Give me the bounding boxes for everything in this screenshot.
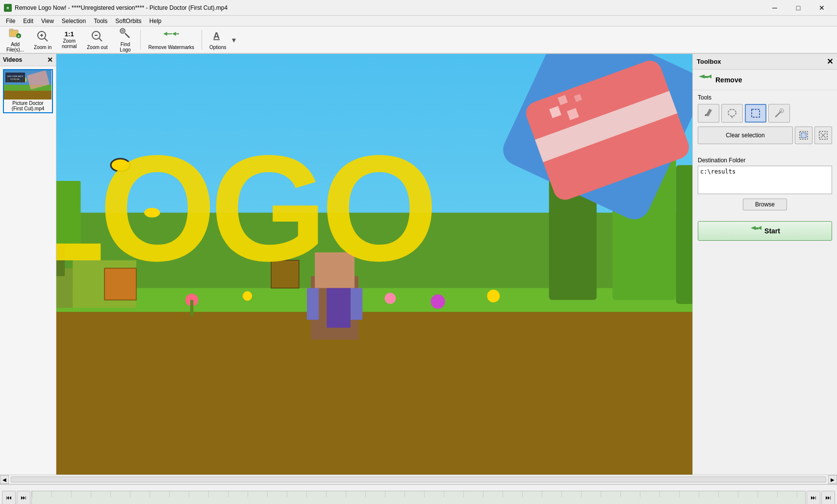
add-files-button[interactable]: + Add File(s)... xyxy=(2,27,28,52)
timeline-track[interactable] xyxy=(31,491,806,504)
zoom-normal-icon: 1:1 xyxy=(65,31,74,37)
start-label: Start xyxy=(764,227,780,235)
toolbar-separator-2 xyxy=(202,30,202,50)
minimize-button[interactable]: ─ xyxy=(763,0,786,16)
svg-marker-18 xyxy=(172,32,176,36)
remove-header: Remove xyxy=(693,70,837,90)
options-icon: A xyxy=(211,30,224,44)
menu-softorbits[interactable]: SoftOrbits xyxy=(111,17,145,25)
deselect-button[interactable] xyxy=(814,126,832,144)
svg-point-75 xyxy=(781,110,783,112)
zoom-in-button[interactable]: Zoom in xyxy=(29,27,56,52)
video-preview: LOGO WELCOME BACK TO OUR CHA... xyxy=(4,70,51,100)
maximize-button[interactable]: □ xyxy=(787,0,810,16)
toolbox-title: Toolbox xyxy=(697,58,721,65)
clear-selection-button[interactable]: Clear selection xyxy=(698,126,793,144)
start-button[interactable]: Start xyxy=(698,221,832,241)
menu-file[interactable]: File xyxy=(2,17,19,25)
menu-help[interactable]: Help xyxy=(146,17,166,25)
scroll-right-button[interactable]: ▶ xyxy=(828,475,837,484)
videos-panel-close[interactable]: ✕ xyxy=(47,56,53,64)
title-bar-controls: ─ □ ✕ xyxy=(763,0,833,16)
svg-line-12 xyxy=(99,38,102,41)
zoom-normal-label: Zoom normal xyxy=(62,38,77,49)
window-title: Remove Logo Now! - ****Unregistered vers… xyxy=(15,4,228,11)
svg-rect-35 xyxy=(676,165,692,304)
svg-rect-44 xyxy=(307,288,319,320)
svg-text:A: A xyxy=(213,31,220,41)
go-to-end-button[interactable]: ⏭ xyxy=(821,491,835,504)
toolbox-close-button[interactable]: ✕ xyxy=(827,57,833,66)
remove-arrow-icon xyxy=(698,74,711,86)
svg-line-9 xyxy=(45,38,48,41)
svg-text:TO OUR CHA...: TO OUR CHA... xyxy=(10,78,20,80)
pencil-tool-button[interactable] xyxy=(698,104,719,123)
menu-edit[interactable]: Edit xyxy=(19,17,37,25)
title-bar-left: R Remove Logo Now! - ****Unregistered ve… xyxy=(4,4,228,12)
menu-bar: File Edit View Selection Tools SoftOrbit… xyxy=(0,16,837,26)
toolbar: + Add File(s)... Zoom in 1:1 Zoom normal xyxy=(0,26,837,54)
options-label: Options xyxy=(209,45,226,50)
tools-section: Tools xyxy=(693,90,837,153)
svg-marker-16 xyxy=(163,32,167,36)
find-logo-button[interactable]: Find Logo xyxy=(113,27,137,52)
svg-point-51 xyxy=(487,290,500,302)
prev-frame-button[interactable]: ⏭ xyxy=(17,491,30,504)
menu-tools[interactable]: Tools xyxy=(90,17,111,25)
add-files-icon: + xyxy=(8,27,22,41)
timeline-area: ⏮ ⏭ ⏭ ⏭ xyxy=(0,484,837,504)
svg-rect-19 xyxy=(176,33,179,34)
destination-folder-label: Destination Folder xyxy=(698,157,832,164)
svg-rect-45 xyxy=(351,288,362,320)
svg-text:WELCOME BACK: WELCOME BACK xyxy=(7,75,24,77)
magic-wand-tool-button[interactable] xyxy=(768,104,790,123)
toolbar-dropdown-arrow: ▾ xyxy=(232,35,236,45)
scroll-left-button[interactable]: ◀ xyxy=(0,475,9,484)
svg-point-49 xyxy=(385,293,396,304)
videos-panel-header: Videos ✕ xyxy=(0,54,56,66)
svg-point-48 xyxy=(243,291,252,301)
video-thumbnail[interactable]: LOGO WELCOME BACK TO OUR CHA... Picture … xyxy=(3,69,53,113)
toolbox-panel: Toolbox ✕ Remove Tools xyxy=(692,54,837,475)
toolbar-separator xyxy=(140,30,141,50)
close-button[interactable]: ✕ xyxy=(811,0,833,16)
next-frame-button[interactable]: ⏭ xyxy=(807,491,820,504)
menu-selection[interactable]: Selection xyxy=(58,17,90,25)
go-to-start-button[interactable]: ⏮ xyxy=(2,491,16,504)
svg-rect-47 xyxy=(190,300,193,316)
select-all-button[interactable] xyxy=(795,126,812,144)
scrollbar-track[interactable] xyxy=(11,477,826,482)
remove-watermarks-icon xyxy=(162,30,180,44)
add-files-label: Add File(s)... xyxy=(6,42,24,52)
svg-marker-81 xyxy=(751,226,756,230)
zoom-out-label: Zoom out xyxy=(87,45,107,50)
remove-watermarks-button[interactable]: Remove Watermarks xyxy=(144,27,199,52)
selection-row: Clear selection xyxy=(698,126,832,144)
zoom-in-icon xyxy=(36,30,49,44)
remove-watermarks-label: Remove Watermarks xyxy=(148,45,194,50)
svg-text:+: + xyxy=(17,34,20,39)
menu-view[interactable]: View xyxy=(37,17,58,25)
videos-panel: Videos ✕ LOGO WELCOME BACK TO OUR CHA... xyxy=(0,54,56,475)
zoom-out-icon xyxy=(91,30,103,44)
svg-marker-65 xyxy=(699,75,705,78)
find-logo-icon xyxy=(119,27,131,41)
svg-rect-17 xyxy=(167,33,172,34)
video-canvas: LOGO xyxy=(56,54,692,475)
zoom-normal-button[interactable]: 1:1 Zoom normal xyxy=(57,27,81,52)
zoom-in-label: Zoom in xyxy=(34,45,51,50)
svg-point-14 xyxy=(122,30,124,32)
lasso-tool-button[interactable] xyxy=(721,104,743,123)
rect-select-tool-button[interactable] xyxy=(745,104,766,123)
toolbox-header: Toolbox ✕ xyxy=(693,54,837,70)
destination-folder-input[interactable]: c:\results xyxy=(698,166,832,194)
browse-button[interactable]: Browse xyxy=(743,199,787,210)
timeline-ruler xyxy=(32,491,805,497)
video-area: LOGO xyxy=(56,54,692,475)
zoom-out-button[interactable]: Zoom out xyxy=(82,27,112,52)
horizontal-scrollbar: ◀ ▶ xyxy=(0,475,837,484)
svg-rect-72 xyxy=(752,109,760,117)
options-button[interactable]: A Options xyxy=(205,27,230,52)
svg-point-50 xyxy=(431,295,445,309)
svg-text:LOGO: LOGO xyxy=(56,124,434,292)
